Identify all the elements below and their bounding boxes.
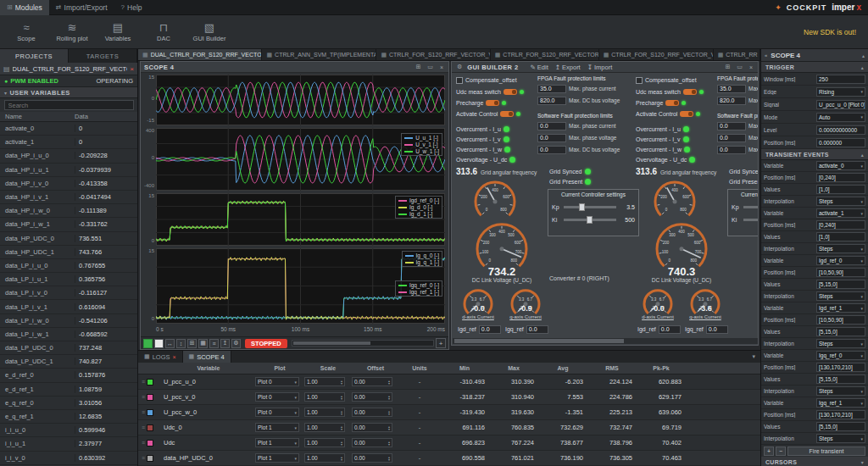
field-value[interactable]: [1,0] [816, 232, 865, 241]
plot-select[interactable]: Plot 0▾ [255, 392, 299, 402]
signal-offset-stepper[interactable]: 0.00▴▾ [352, 408, 392, 417]
signal-scale-stepper[interactable]: 1.00▴▾ [304, 423, 345, 432]
variable-row[interactable]: data_HP_i_v_0-0.413358 [0, 177, 137, 191]
variable-row[interactable]: data_HP_UDC_0736.551 [0, 232, 137, 246]
close-window-icon[interactable]: × [438, 64, 445, 70]
plot-select[interactable]: Plot 1▾ [255, 423, 299, 432]
project-close-icon[interactable]: × [130, 65, 134, 73]
stepper-down-icon[interactable]: ▾ [341, 458, 342, 461]
variable-row[interactable]: data_HP_i_w_0-0.111389 [0, 204, 137, 218]
fire-transient-button[interactable]: Fire transient [787, 447, 865, 456]
stepper-down-icon[interactable]: ▾ [388, 428, 390, 430]
document-tab-ctrlr-for-s120-rrf-vector-v3-2[interactable]: ▦CTRLR_FOR_S120_RRF_VECTOR_V3_2× [376, 49, 490, 60]
field-value[interactable]: 0.000000 [816, 138, 865, 147]
import-button[interactable]: ↧Import [587, 64, 613, 71]
column-header-units[interactable]: Units [399, 365, 440, 371]
slider-track[interactable] [564, 206, 616, 208]
variable-row[interactable]: data_LP_i_w_0-0.541206 [0, 314, 137, 328]
slider-track[interactable] [743, 206, 758, 208]
toolbar-button-dac[interactable]: ⊓DAC [141, 17, 186, 47]
stepper-down-icon[interactable]: ▾ [388, 458, 390, 461]
toggle-switch[interactable] [500, 111, 514, 117]
maximize-window-icon[interactable]: ▭ [426, 64, 435, 70]
field-value[interactable]: activate_1▾ [816, 208, 865, 218]
plot-select[interactable]: Plot 0▾ [255, 377, 299, 386]
stepper-arrows[interactable]: ▴▾ [341, 425, 342, 430]
drag-handle-icon[interactable]: ≡ [142, 379, 145, 385]
field-value[interactable]: [5,15,0] [816, 422, 865, 431]
column-data[interactable]: Data [75, 113, 88, 120]
stepper-down-icon[interactable]: ▾ [341, 382, 342, 385]
stepper-down-icon[interactable]: ▾ [341, 443, 342, 446]
field-value[interactable]: Rising▾ [816, 87, 865, 97]
trigger-section-header[interactable]: TRIGGER ▴ [761, 62, 868, 73]
field-value[interactable]: [130,170,210] [816, 410, 865, 419]
zoom-box-icon[interactable]: ⊞ [187, 339, 197, 348]
variable-row[interactable]: data_HP_UDC_1743.766 [0, 246, 137, 259]
signal-row[interactable]: ≡data_HP_UDC_0Plot 1▾1.00▴▾0.00▴▾-690.55… [138, 451, 760, 466]
sdk-notice[interactable]: New SDK is out! [804, 28, 865, 36]
toggle-switch[interactable] [665, 100, 679, 106]
field-value[interactable]: Igd_ref_1▾ [816, 303, 865, 313]
variable-row[interactable]: data_LP_i_v_10.616094 [0, 300, 137, 313]
limit-value-input[interactable]: 0.0 [537, 134, 566, 142]
stepper-arrows[interactable]: ▴▾ [388, 380, 390, 385]
variable-row[interactable]: data_LP_i_w_1-0.668592 [0, 328, 137, 341]
column-header-max[interactable]: Max [489, 365, 538, 371]
drag-handle-icon[interactable]: ≡ [142, 394, 145, 400]
grid-icon[interactable]: ▦ [198, 339, 208, 348]
stepper-down-icon[interactable]: ▾ [388, 413, 390, 415]
stepper-down-icon[interactable]: ▾ [341, 428, 342, 430]
stepper-arrows[interactable]: ▴▾ [341, 380, 342, 385]
signal-scale-stepper[interactable]: 1.00▴▾ [304, 453, 345, 463]
field-value[interactable]: [1,0] [816, 185, 865, 194]
field-value[interactable]: Igq_ref_1▾ [816, 398, 865, 408]
field-value[interactable]: [0,240] [816, 173, 865, 182]
field-value[interactable]: 0.00000000000 [816, 125, 865, 135]
stepper-down-icon[interactable]: ▾ [388, 382, 390, 385]
signal-row[interactable]: ≡Udc_0Plot 1▾1.00▴▾0.00▴▾-691.116760.835… [138, 420, 760, 435]
ref-input-field[interactable]: 0.0 [659, 325, 681, 334]
signal-row[interactable]: ≡U_pcc_v_0Plot 0▾1.00▴▾0.00▴▾--318.23731… [138, 390, 760, 405]
field-value[interactable]: Steps▾ [816, 339, 865, 348]
signal-offset-stepper[interactable]: 0.00▴▾ [352, 453, 392, 463]
variable-row[interactable]: data_LP_i_u_00.767655 [0, 259, 137, 273]
field-value[interactable]: Steps▾ [816, 386, 865, 396]
plot-canvas[interactable] [156, 75, 445, 125]
column-header-rms[interactable]: RMS [587, 365, 637, 371]
cursors-section-header[interactable]: CURSORS ▾ [761, 457, 868, 466]
column-header-variable[interactable]: Variable [162, 365, 255, 371]
field-value[interactable]: Steps▾ [816, 197, 865, 206]
signal-offset-stepper[interactable]: 0.00▴▾ [352, 438, 392, 447]
variable-row[interactable]: data_HP_i_u_0-0.209228 [0, 149, 137, 163]
slider-track[interactable] [564, 219, 616, 221]
stepper-down-icon[interactable]: ▾ [341, 397, 342, 400]
field-value[interactable]: Igd_ref_0▾ [816, 256, 865, 265]
user-variables-header[interactable]: ▾ USER VARIABLES [0, 87, 137, 98]
stepper-down-icon[interactable]: ▾ [388, 443, 390, 446]
limit-value-input[interactable]: 0.0 [717, 146, 746, 154]
signal-color-swatch[interactable] [147, 409, 153, 416]
limit-value-input[interactable]: 35.0 [717, 85, 746, 93]
toggle-switch[interactable] [683, 89, 697, 95]
field-value[interactable]: [10,50,90] [816, 315, 865, 325]
gui-builder-scrollbar[interactable] [453, 338, 758, 344]
column-header-pk-pk[interactable]: Pk-Pk [637, 365, 686, 371]
ref-input-field[interactable]: 0.0 [706, 325, 728, 334]
scrollbar-thumb[interactable] [454, 339, 624, 343]
variable-row[interactable]: activate_10 [0, 136, 137, 149]
limit-value-input[interactable]: 820.0 [717, 97, 746, 105]
background-color-button[interactable] [154, 339, 164, 348]
variable-row[interactable]: data_LP_i_v_0-0.116127 [0, 286, 137, 300]
stepper-arrows[interactable]: ▴▾ [388, 395, 390, 400]
zoom-vertical-icon[interactable]: ↕ [176, 339, 186, 348]
variable-row[interactable]: i_i_u_12.37977 [0, 437, 137, 451]
limit-value-input[interactable]: 35.0 [537, 85, 566, 93]
slider-thumb[interactable] [579, 203, 585, 211]
column-header-plot[interactable]: Plot [255, 365, 304, 371]
plot-select[interactable]: Plot 1▾ [255, 453, 299, 463]
toolbar-button-gui-builder[interactable]: ▧GUI Builder [186, 17, 232, 47]
settings-icon[interactable]: ⚙ [231, 339, 241, 348]
scope-scrollbar[interactable] [292, 340, 434, 347]
plot-select[interactable]: Plot 1▾ [255, 438, 299, 447]
